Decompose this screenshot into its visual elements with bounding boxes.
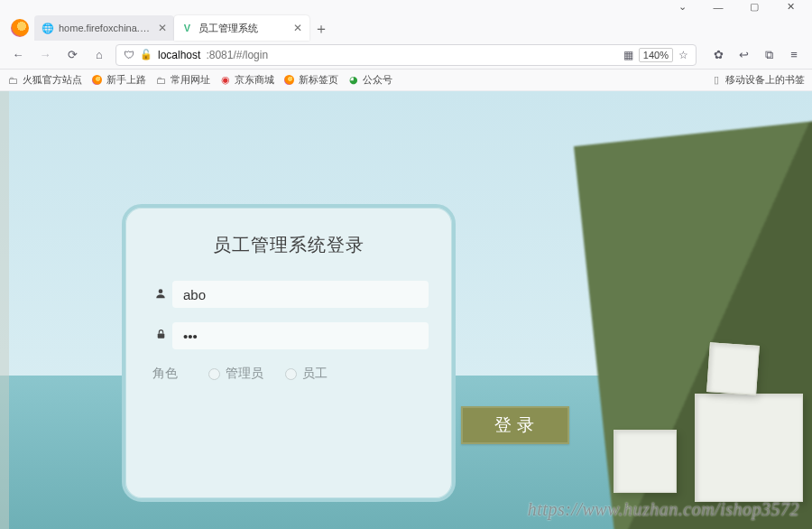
bookmark-label: 常用网址 xyxy=(171,73,210,87)
role-label: 角色 xyxy=(152,366,178,382)
role-radio-admin[interactable]: 管理员 xyxy=(208,366,263,382)
lock-icon xyxy=(149,329,172,343)
bookmark-item[interactable]: ◉ 京东商城 xyxy=(219,73,274,87)
tab-title: home.firefoxchina.cn/?from=ext... xyxy=(59,23,152,33)
nav-reload-icon[interactable]: ⟳ xyxy=(61,44,83,66)
wechat-favicon-icon: ◕ xyxy=(347,74,359,86)
login-card: 员工管理系统登录 角色 管理员 员工 登录 xyxy=(122,204,456,502)
background-cube xyxy=(706,342,760,395)
bookmark-label: 火狐官方站点 xyxy=(23,73,82,87)
radio-icon xyxy=(285,368,297,380)
bookmark-item[interactable]: 新手上路 xyxy=(91,73,146,87)
bookmark-label: 移动设备上的书签 xyxy=(725,73,805,87)
bookmark-label: 新标签页 xyxy=(299,73,338,87)
firefox-favicon-icon xyxy=(91,74,103,86)
radio-label: 员工 xyxy=(302,366,328,382)
bookmark-item[interactable]: 🗀 常用网址 xyxy=(155,73,210,87)
library-icon[interactable]: ⧉ xyxy=(758,44,780,66)
url-host: localhost xyxy=(158,49,200,61)
bookmark-item[interactable]: ◕ 公众号 xyxy=(347,73,392,87)
role-radio-staff[interactable]: 员工 xyxy=(285,366,328,382)
address-bar: ← → ⟳ ⌂ 🛡 🔓 localhost:8081/#/login ▦ 140… xyxy=(0,41,812,70)
nav-forward-icon[interactable]: → xyxy=(34,44,56,66)
window-maximize-icon[interactable]: ▢ xyxy=(736,0,772,14)
password-input[interactable] xyxy=(172,322,429,349)
firefox-favicon-icon xyxy=(283,74,295,86)
svg-rect-1 xyxy=(157,333,164,338)
mobile-icon: ▯ xyxy=(710,74,722,86)
mobile-bookmarks[interactable]: ▯ 移动设备上的书签 xyxy=(710,73,805,87)
window-titlebar: ⌄ ― ▢ ✕ xyxy=(0,0,812,14)
url-input[interactable]: 🛡 🔓 localhost:8081/#/login ▦ 140% ☆ xyxy=(115,44,697,66)
tab-title: 员工管理系统 xyxy=(198,22,288,35)
role-row: 角色 管理员 员工 xyxy=(152,366,427,382)
tab-home[interactable]: 🌐 home.firefoxchina.cn/?from=ext... ✕ xyxy=(34,15,174,41)
firefox-logo-icon xyxy=(11,19,29,37)
username-input[interactable] xyxy=(172,281,429,308)
bookmark-item[interactable]: 新标签页 xyxy=(283,73,338,87)
zoom-level[interactable]: 140% xyxy=(639,48,673,62)
window-minimize-icon[interactable]: ― xyxy=(700,0,736,14)
tab-strip: 🌐 home.firefoxchina.cn/?from=ext... ✕ V … xyxy=(0,14,812,41)
bookmark-label: 新手上路 xyxy=(106,73,146,87)
background-cube xyxy=(695,394,803,502)
folder-icon: 🗀 xyxy=(155,74,167,86)
radio-icon xyxy=(208,368,220,380)
radio-label: 管理员 xyxy=(226,366,263,382)
close-icon[interactable]: ✕ xyxy=(158,22,167,34)
folder-icon: 🗀 xyxy=(7,74,19,86)
window-close-icon[interactable]: ✕ xyxy=(772,0,808,14)
tab-app[interactable]: V 员工管理系统 ✕ xyxy=(174,15,309,41)
app-menu-icon[interactable]: ≡ xyxy=(783,44,805,66)
nav-back-icon[interactable]: ← xyxy=(7,44,29,66)
jd-favicon-icon: ◉ xyxy=(219,74,231,86)
background-edge xyxy=(0,91,9,529)
bookmark-label: 京东商城 xyxy=(235,73,274,87)
lock-insecure-icon: 🔓 xyxy=(140,49,152,60)
window-restore-down-icon[interactable]: ⌄ xyxy=(664,0,700,14)
bookmarks-bar: 🗀 火狐官方站点 新手上路 🗀 常用网址 ◉ 京东商城 新标签页 ◕ 公众号 ▯… xyxy=(0,70,812,91)
username-field xyxy=(149,281,429,308)
globe-icon: 🌐 xyxy=(42,23,53,34)
svg-point-0 xyxy=(159,289,163,293)
user-icon xyxy=(149,287,172,302)
background-cube xyxy=(614,430,677,493)
login-button-label: 登录 xyxy=(491,413,540,437)
url-path: :8081/#/login xyxy=(206,49,268,61)
nav-home-icon[interactable]: ⌂ xyxy=(88,44,110,66)
shield-icon: 🛡 xyxy=(124,49,134,61)
extension-icon[interactable]: ✿ xyxy=(707,44,729,66)
vue-icon: V xyxy=(181,23,193,34)
close-icon[interactable]: ✕ xyxy=(293,22,302,34)
new-tab-button[interactable]: ＋ xyxy=(309,17,333,41)
bookmark-label: 公众号 xyxy=(363,73,392,87)
page-content: 员工管理系统登录 角色 管理员 员工 登录 xyxy=(0,91,812,529)
bookmark-star-icon[interactable]: ☆ xyxy=(678,49,688,61)
password-field xyxy=(149,322,429,349)
bookmark-item[interactable]: 🗀 火狐官方站点 xyxy=(7,73,82,87)
history-back-icon[interactable]: ↩ xyxy=(733,44,754,66)
login-button[interactable]: 登录 xyxy=(461,406,569,444)
login-title: 员工管理系统登录 xyxy=(151,233,427,257)
watermark-text: https://www.huzhan.com/ishop3572 xyxy=(528,499,799,520)
qr-icon[interactable]: ▦ xyxy=(623,49,633,61)
